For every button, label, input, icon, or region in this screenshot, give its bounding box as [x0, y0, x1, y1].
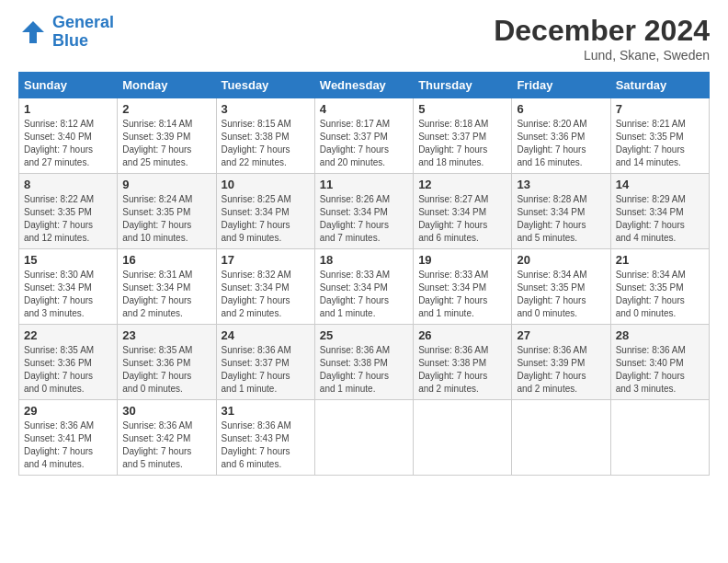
day-number: 13: [517, 178, 605, 191]
day-detail: Sunrise: 8:35 AM Sunset: 3:36 PM Dayligh…: [24, 344, 112, 396]
calendar-cell: [610, 400, 709, 476]
day-number: 30: [122, 404, 210, 418]
day-number: 9: [122, 178, 210, 191]
day-detail: Sunrise: 8:20 AM Sunset: 3:36 PM Dayligh…: [517, 118, 605, 169]
day-number: 6: [517, 102, 605, 116]
calendar-cell: 13Sunrise: 8:28 AM Sunset: 3:34 PM Dayli…: [512, 174, 610, 249]
logo-general: General: [52, 13, 114, 31]
header-cell-thursday: Thursday: [414, 73, 512, 98]
calendar-cell: 14Sunrise: 8:29 AM Sunset: 3:34 PM Dayli…: [610, 174, 709, 249]
day-number: 29: [24, 404, 112, 418]
day-detail: Sunrise: 8:34 AM Sunset: 3:35 PM Dayligh…: [616, 269, 704, 320]
day-number: 19: [418, 253, 506, 267]
calendar-cell: 19Sunrise: 8:33 AM Sunset: 3:34 PM Dayli…: [414, 249, 512, 325]
calendar-week-2: 8Sunrise: 8:22 AM Sunset: 3:35 PM Daylig…: [19, 174, 710, 249]
day-number: 20: [517, 253, 605, 267]
day-number: 5: [418, 102, 506, 116]
day-number: 24: [222, 328, 310, 342]
day-detail: Sunrise: 8:32 AM Sunset: 3:34 PM Dayligh…: [222, 269, 310, 320]
day-number: 31: [222, 404, 310, 418]
month-title: December 2024: [494, 14, 710, 48]
day-detail: Sunrise: 8:18 AM Sunset: 3:37 PM Dayligh…: [418, 118, 506, 169]
calendar-week-4: 22Sunrise: 8:35 AM Sunset: 3:36 PM Dayli…: [19, 325, 710, 400]
calendar-cell: 31Sunrise: 8:36 AM Sunset: 3:43 PM Dayli…: [216, 400, 314, 476]
day-detail: Sunrise: 8:33 AM Sunset: 3:34 PM Dayligh…: [418, 269, 506, 320]
calendar-week-1: 1Sunrise: 8:12 AM Sunset: 3:40 PM Daylig…: [19, 98, 710, 174]
calendar-cell: 8Sunrise: 8:22 AM Sunset: 3:35 PM Daylig…: [19, 174, 118, 249]
calendar-body: 1Sunrise: 8:12 AM Sunset: 3:40 PM Daylig…: [19, 98, 710, 476]
day-number: 25: [320, 328, 408, 342]
day-detail: Sunrise: 8:27 AM Sunset: 3:34 PM Dayligh…: [418, 193, 506, 245]
calendar-cell: 16Sunrise: 8:31 AM Sunset: 3:34 PM Dayli…: [118, 249, 216, 325]
calendar-cell: 11Sunrise: 8:26 AM Sunset: 3:34 PM Dayli…: [314, 174, 413, 249]
calendar-cell: 20Sunrise: 8:34 AM Sunset: 3:35 PM Dayli…: [512, 249, 610, 325]
day-detail: Sunrise: 8:29 AM Sunset: 3:34 PM Dayligh…: [616, 193, 704, 245]
title-block: December 2024 Lund, Skane, Sweden: [494, 14, 710, 63]
calendar-cell: 22Sunrise: 8:35 AM Sunset: 3:36 PM Dayli…: [19, 325, 118, 400]
day-number: 15: [24, 253, 112, 267]
calendar-cell: 24Sunrise: 8:36 AM Sunset: 3:37 PM Dayli…: [216, 325, 314, 400]
day-detail: Sunrise: 8:36 AM Sunset: 3:39 PM Dayligh…: [517, 344, 605, 396]
calendar-cell: 5Sunrise: 8:18 AM Sunset: 3:37 PM Daylig…: [414, 98, 512, 174]
day-number: 4: [320, 102, 408, 116]
day-detail: Sunrise: 8:34 AM Sunset: 3:35 PM Dayligh…: [517, 269, 605, 320]
day-detail: Sunrise: 8:15 AM Sunset: 3:38 PM Dayligh…: [222, 118, 310, 169]
day-detail: Sunrise: 8:33 AM Sunset: 3:34 PM Dayligh…: [320, 269, 408, 320]
header-cell-saturday: Saturday: [610, 73, 709, 98]
day-detail: Sunrise: 8:22 AM Sunset: 3:35 PM Dayligh…: [24, 193, 112, 245]
calendar-cell: 3Sunrise: 8:15 AM Sunset: 3:38 PM Daylig…: [216, 98, 314, 174]
day-number: 21: [616, 253, 704, 267]
logo-blue: Blue: [52, 32, 114, 51]
day-number: 27: [517, 328, 605, 342]
day-detail: Sunrise: 8:36 AM Sunset: 3:37 PM Dayligh…: [222, 344, 310, 396]
day-detail: Sunrise: 8:36 AM Sunset: 3:41 PM Dayligh…: [24, 419, 112, 471]
calendar-cell: 29Sunrise: 8:36 AM Sunset: 3:41 PM Dayli…: [19, 400, 118, 476]
calendar-cell: 2Sunrise: 8:14 AM Sunset: 3:39 PM Daylig…: [118, 98, 216, 174]
calendar-cell: 27Sunrise: 8:36 AM Sunset: 3:39 PM Dayli…: [512, 325, 610, 400]
header-cell-tuesday: Tuesday: [216, 73, 314, 98]
logo: General Blue: [18, 14, 114, 51]
calendar-cell: 17Sunrise: 8:32 AM Sunset: 3:34 PM Dayli…: [216, 249, 314, 325]
day-detail: Sunrise: 8:36 AM Sunset: 3:38 PM Dayligh…: [418, 344, 506, 396]
location-title: Lund, Skane, Sweden: [494, 48, 710, 63]
day-detail: Sunrise: 8:28 AM Sunset: 3:34 PM Dayligh…: [517, 193, 605, 245]
calendar-cell: 10Sunrise: 8:25 AM Sunset: 3:34 PM Dayli…: [216, 174, 314, 249]
day-number: 12: [418, 178, 506, 191]
day-detail: Sunrise: 8:26 AM Sunset: 3:34 PM Dayligh…: [320, 193, 408, 245]
day-detail: Sunrise: 8:36 AM Sunset: 3:43 PM Dayligh…: [222, 419, 310, 471]
day-number: 3: [222, 102, 310, 116]
calendar-cell: 26Sunrise: 8:36 AM Sunset: 3:38 PM Dayli…: [414, 325, 512, 400]
page: General Blue December 2024 Lund, Skane, …: [0, 0, 728, 563]
day-detail: Sunrise: 8:12 AM Sunset: 3:40 PM Dayligh…: [24, 118, 112, 169]
calendar-week-5: 29Sunrise: 8:36 AM Sunset: 3:41 PM Dayli…: [19, 400, 710, 476]
calendar-table: SundayMondayTuesdayWednesdayThursdayFrid…: [18, 72, 710, 476]
calendar-cell: 6Sunrise: 8:20 AM Sunset: 3:36 PM Daylig…: [512, 98, 610, 174]
calendar-cell: 9Sunrise: 8:24 AM Sunset: 3:35 PM Daylig…: [118, 174, 216, 249]
calendar-cell: [414, 400, 512, 476]
header-cell-friday: Friday: [512, 73, 610, 98]
day-detail: Sunrise: 8:25 AM Sunset: 3:34 PM Dayligh…: [222, 193, 310, 245]
day-detail: Sunrise: 8:30 AM Sunset: 3:34 PM Dayligh…: [24, 269, 112, 320]
calendar-week-3: 15Sunrise: 8:30 AM Sunset: 3:34 PM Dayli…: [19, 249, 710, 325]
header-cell-sunday: Sunday: [19, 73, 118, 98]
day-number: 18: [320, 253, 408, 267]
day-number: 10: [222, 178, 310, 191]
calendar-cell: 21Sunrise: 8:34 AM Sunset: 3:35 PM Dayli…: [610, 249, 709, 325]
calendar-header-row: SundayMondayTuesdayWednesdayThursdayFrid…: [19, 73, 710, 98]
calendar-cell: [314, 400, 413, 476]
day-number: 11: [320, 178, 408, 191]
day-detail: Sunrise: 8:14 AM Sunset: 3:39 PM Dayligh…: [122, 118, 210, 169]
calendar-cell: 18Sunrise: 8:33 AM Sunset: 3:34 PM Dayli…: [314, 249, 413, 325]
day-number: 7: [616, 102, 704, 116]
calendar-cell: 15Sunrise: 8:30 AM Sunset: 3:34 PM Dayli…: [19, 249, 118, 325]
day-number: 23: [122, 328, 210, 342]
day-number: 22: [24, 328, 112, 342]
day-number: 17: [222, 253, 310, 267]
day-detail: Sunrise: 8:36 AM Sunset: 3:40 PM Dayligh…: [616, 344, 704, 396]
calendar-cell: 7Sunrise: 8:21 AM Sunset: 3:35 PM Daylig…: [610, 98, 709, 174]
day-detail: Sunrise: 8:36 AM Sunset: 3:38 PM Dayligh…: [320, 344, 408, 396]
calendar-cell: 1Sunrise: 8:12 AM Sunset: 3:40 PM Daylig…: [19, 98, 118, 174]
header-cell-wednesday: Wednesday: [314, 73, 413, 98]
day-detail: Sunrise: 8:24 AM Sunset: 3:35 PM Dayligh…: [122, 193, 210, 245]
day-detail: Sunrise: 8:35 AM Sunset: 3:36 PM Dayligh…: [122, 344, 210, 396]
